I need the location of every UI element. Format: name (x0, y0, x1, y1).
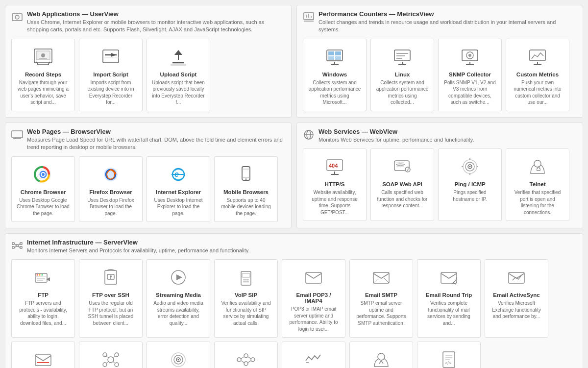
card-email-smtp[interactable]: Email SMTP SMTP email server uptime and … (349, 259, 413, 338)
upload-script-title: Upload Script (160, 72, 197, 77)
svg-line-126 (106, 356, 109, 358)
telnet-title: Telnet (529, 181, 545, 187)
voip-icon (234, 266, 258, 289)
card-ping[interactable]: Ping / ICMP Pings specified hostname or … (438, 148, 502, 221)
svg-line-138 (241, 357, 244, 359)
card-email-round[interactable]: Email Round Trip Verifies complete funct… (417, 259, 481, 338)
udp-icon (302, 348, 325, 368)
firefox-icon (99, 163, 122, 186)
web-applications-title: Web Applications — UserView (27, 10, 285, 18)
card-dns[interactable]: DNS Performs and verifies proper DNS res… (79, 342, 143, 368)
svg-point-96 (42, 274, 43, 276)
chrome-title: Chrome Browser (21, 189, 66, 195)
upload-script-icon (167, 45, 190, 69)
telnet-desc: Verifies that specified port is open and… (511, 189, 564, 216)
card-linux[interactable]: Linux Collects system and application pe… (370, 39, 434, 111)
internet-icon (11, 240, 23, 251)
svg-point-133 (178, 359, 179, 361)
card-custom-script[interactable]: </> Custom Script Provides custom monito… (417, 342, 481, 368)
card-windows[interactable]: Windows Collects system and application … (303, 39, 367, 111)
card-ftp-ssh[interactable]: FTP over SSH Uses the regular old FTP pr… (79, 259, 143, 338)
svg-rect-56 (242, 167, 250, 180)
svg-rect-24 (328, 51, 334, 55)
svg-line-116 (384, 278, 389, 283)
svg-line-4 (36, 62, 38, 65)
web-pages-cards: Chrome Browser Uses Desktop Google Chrom… (11, 156, 285, 222)
card-custom-metrics[interactable]: Custom Metrics Push your own numerical m… (506, 39, 569, 111)
email-smtp-icon (369, 266, 393, 289)
ftp-icon (31, 266, 55, 289)
card-mobile[interactable]: Mobile Browsers Supports up to 40 mobile… (214, 156, 278, 222)
svg-point-125 (115, 363, 119, 367)
card-telnet2[interactable]: Telnet Verifies that specified port is o… (349, 342, 413, 368)
card-email-active[interactable]: Email ActiveSync Verifies Microsoft Exch… (485, 259, 548, 338)
svg-line-129 (113, 362, 115, 363)
web-applications-cards: Record Steps Navigate through your web p… (11, 39, 285, 111)
card-streaming[interactable]: Streaming Media Audio and video media st… (147, 259, 210, 338)
section-internet-infrastructure: Internet Infrastructure — ServerView Mon… (5, 233, 583, 368)
ping-icon (458, 155, 482, 178)
email-active-icon (505, 266, 528, 289)
card-record-steps[interactable]: Record Steps Navigate through your web p… (11, 39, 75, 111)
card-snmp[interactable]: SNMP Collector Polls SNMP V1, V2 and V3 … (438, 39, 502, 111)
svg-rect-87 (20, 246, 22, 248)
custom-script-icon: </> (437, 348, 461, 368)
card-soap[interactable]: ✓ SOAP Web API Calls specified web funct… (370, 148, 434, 221)
card-http[interactable]: 404 HTTP/S Website availability, uptime … (303, 148, 367, 221)
windows-title: Windows (322, 72, 347, 77)
dns-icon (99, 348, 122, 368)
svg-point-76 (469, 166, 471, 168)
svg-point-123 (115, 353, 119, 357)
svg-point-81 (534, 160, 541, 167)
linux-desc: Collects system and application performa… (376, 79, 429, 106)
mobile-icon (234, 163, 258, 186)
section-web-applications: Web Applications — UserView Uses Chrome,… (5, 5, 292, 118)
card-email-dns[interactable]: Email DNS Blacklist Detects when a mail … (11, 342, 75, 368)
card-ping2[interactable]: Ping / ICMP Pings specified hostname or … (147, 342, 210, 368)
import-script-icon (99, 45, 122, 69)
ftp-ssh-desc: Uses the regular old FTP protocol, but a… (84, 300, 137, 326)
svg-point-137 (251, 358, 255, 362)
section-performance-counters: Performance Counters — MetricsView Colle… (296, 5, 583, 118)
svg-rect-86 (20, 243, 22, 245)
card-firefox[interactable]: Firefox Browser Uses Desktop Firefox Bro… (79, 156, 143, 222)
perf-title: Performance Counters — MetricsView (318, 10, 577, 18)
chrome-desc: Uses Desktop Google Chrome Browser to lo… (17, 197, 70, 217)
web-applications-desc: Uses Chrome, Internet Explorer or mobile… (27, 19, 285, 34)
mobile-desc: Supports up to 40 mobile devices loading… (220, 197, 272, 217)
web-services-icon (303, 129, 315, 141)
section-header-web-services: Web Services — WebView Monitors Web Serv… (303, 128, 577, 144)
svg-rect-45 (12, 131, 23, 138)
card-import-script[interactable]: Import Script Imports script from existi… (79, 39, 143, 111)
svg-point-50 (42, 173, 45, 176)
card-traceroute[interactable]: Traceroute Performs traceroute to specif… (214, 342, 278, 368)
streaming-title: Streaming Media (156, 292, 201, 298)
custom-metrics-desc: Push your own numerical metrics into cus… (511, 79, 564, 106)
card-telnet[interactable]: Telnet Verifies that specified port is o… (506, 148, 569, 221)
snmp-title: SNMP Collector (449, 72, 491, 77)
record-steps-title: Record Steps (25, 72, 61, 77)
svg-rect-85 (16, 245, 18, 246)
card-ie[interactable]: e Internet Explorer Uses Desktop Interne… (147, 156, 210, 222)
card-udp[interactable]: UDP Checks availability and response tim… (282, 342, 345, 368)
windows-icon (323, 45, 346, 69)
svg-point-142 (378, 353, 385, 360)
email-active-desc: Verifies Microsoft Exchange functionalit… (490, 300, 543, 320)
card-upload-script[interactable]: Upload Script Uploads script that been p… (147, 39, 210, 111)
soap-icon: ✓ (391, 155, 414, 178)
email-active-title: Email ActiveSync (493, 292, 539, 298)
svg-rect-119 (35, 355, 51, 366)
voip-title: VoIP SIP (235, 292, 257, 298)
card-ftp[interactable]: FTP FTP servers and protocols - availabi… (11, 259, 75, 338)
perf-desc: Collect changes and trends in resource u… (318, 19, 577, 34)
internet-cards-row1: FTP FTP servers and protocols - availabi… (11, 259, 577, 338)
card-voip[interactable]: VoIP SIP Verifies availability and funct… (214, 259, 278, 338)
svg-line-127 (113, 356, 115, 358)
section-header-web-pages: Web Pages — BrowserView Measures Page Lo… (11, 128, 285, 151)
internet-title: Internet Infrastructure — ServerView (27, 239, 249, 246)
ftp-ssh-title: FTP over SSH (92, 292, 129, 298)
email-smtp-desc: SMTP email server uptime and performance… (355, 300, 408, 326)
card-email-pop3[interactable]: Email POP3 / IMAP4 POP3 or IMAP email se… (282, 259, 345, 338)
svg-rect-84 (12, 246, 14, 248)
card-chrome[interactable]: Chrome Browser Uses Desktop Google Chrom… (11, 156, 75, 222)
